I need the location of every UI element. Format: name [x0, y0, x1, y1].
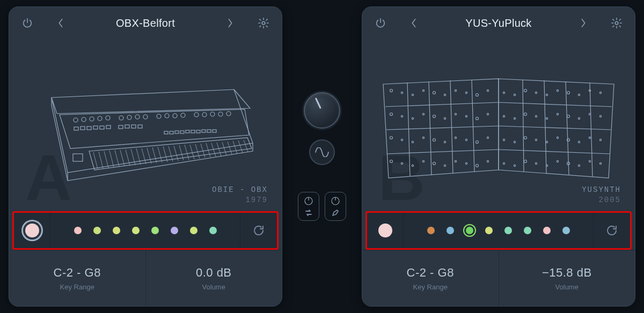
svg-point-134: [455, 137, 456, 138]
randomize-button[interactable]: [240, 213, 277, 248]
preset-slot-dot[interactable]: [524, 227, 531, 234]
svg-point-15: [202, 113, 207, 117]
svg-line-49: [142, 148, 146, 164]
prev-preset-button[interactable]: [53, 14, 68, 32]
svg-point-2: [82, 117, 86, 122]
svg-rect-25: [119, 125, 123, 129]
settings-button[interactable]: [608, 14, 625, 32]
waveform-mode-button[interactable]: [309, 139, 335, 165]
preset-slot-dot[interactable]: [74, 227, 82, 234]
svg-rect-23: [100, 126, 104, 129]
key-range-cell[interactable]: C-2 - G8 Key Range: [9, 250, 146, 306]
svg-rect-32: [180, 131, 184, 133]
svg-point-159: [514, 165, 515, 166]
preset-slot-dot[interactable]: [171, 227, 178, 234]
svg-line-74: [385, 102, 499, 107]
svg-rect-37: [207, 130, 211, 132]
macro-view-button[interactable]: [367, 213, 404, 248]
svg-line-79: [499, 150, 610, 154]
synth-illustration: B YUSYNTH 2005: [362, 39, 635, 209]
slot-a-panel: OBX-Belfort A: [9, 6, 282, 307]
macro-view-button[interactable]: [14, 213, 50, 248]
svg-point-120: [524, 113, 527, 115]
svg-rect-22: [93, 126, 98, 129]
preset-slot-dot[interactable]: [190, 227, 197, 234]
settings-button[interactable]: [255, 14, 272, 32]
svg-point-157: [487, 160, 488, 162]
svg-point-12: [173, 114, 177, 118]
blend-knob[interactable]: [304, 92, 340, 129]
svg-line-84: [523, 80, 524, 172]
svg-point-114: [455, 113, 456, 115]
svg-point-137: [487, 137, 488, 138]
svg-rect-26: [125, 125, 129, 128]
next-preset-button[interactable]: [223, 14, 238, 32]
svg-rect-19: [74, 127, 78, 130]
svg-point-128: [390, 136, 393, 139]
preset-slot-dot[interactable]: [209, 227, 217, 234]
slot-footer: C-2 - G8 Key Range −15.8 dB Volume: [362, 250, 635, 306]
svg-point-158: [503, 162, 504, 164]
svg-point-91: [422, 90, 424, 91]
preset-slot-dot[interactable]: [447, 227, 454, 234]
preset-slot-dot[interactable]: [132, 227, 140, 234]
prev-preset-button[interactable]: [406, 14, 421, 32]
randomize-button[interactable]: [594, 213, 630, 248]
svg-point-4: [98, 116, 102, 121]
preset-slot-dot[interactable]: [504, 227, 512, 234]
preset-slot-dot[interactable]: [466, 227, 473, 234]
key-range-cell[interactable]: C-2 - G8 Key Range: [362, 250, 499, 306]
volume-value: −15.8 dB: [542, 266, 592, 280]
svg-point-11: [165, 114, 169, 118]
svg-point-111: [422, 113, 424, 115]
next-preset-button[interactable]: [576, 14, 591, 32]
svg-line-53: [163, 146, 167, 162]
svg-line-40: [93, 152, 98, 169]
preset-slot-dot[interactable]: [427, 227, 435, 234]
preset-slot-dot[interactable]: [151, 227, 159, 234]
preset-slot-dot[interactable]: [93, 227, 101, 234]
preset-name[interactable]: YUS-YuPluck: [425, 17, 573, 29]
svg-point-94: [455, 90, 456, 91]
volume-cell[interactable]: 0.0 dB Volume: [146, 250, 282, 306]
preset-slot-dot[interactable]: [485, 227, 493, 234]
svg-point-10: [157, 114, 161, 118]
svg-point-115: [465, 115, 467, 117]
power-button[interactable]: [372, 14, 389, 32]
svg-line-41: [99, 152, 103, 168]
swap-slots-button[interactable]: [298, 192, 319, 221]
power-button[interactable]: [19, 14, 36, 32]
svg-point-133: [444, 141, 445, 143]
svg-point-18: [226, 111, 231, 116]
svg-point-163: [557, 160, 558, 162]
svg-line-67: [238, 140, 243, 153]
volume-cell[interactable]: −15.8 dB Volume: [499, 250, 635, 306]
svg-point-140: [524, 136, 527, 139]
svg-point-73: [615, 21, 618, 25]
svg-point-167: [599, 162, 601, 164]
svg-point-117: [487, 113, 488, 115]
preset-slot-dot[interactable]: [113, 227, 120, 234]
preset-slot-dot[interactable]: [562, 227, 570, 234]
svg-rect-33: [186, 130, 189, 133]
svg-point-110: [412, 117, 413, 119]
svg-point-151: [422, 160, 424, 162]
edit-mode-button[interactable]: [325, 192, 346, 221]
svg-point-13: [181, 113, 185, 117]
center-blend-column: [282, 6, 362, 307]
svg-point-102: [546, 94, 547, 95]
svg-line-63: [217, 143, 221, 156]
volume-value: 0.0 dB: [196, 266, 232, 280]
svg-line-51: [152, 147, 157, 163]
preset-name[interactable]: OBX-Belfort: [71, 17, 219, 29]
svg-point-153: [444, 165, 445, 166]
preset-slot-dot[interactable]: [543, 227, 551, 234]
svg-point-116: [476, 117, 479, 120]
svg-point-126: [589, 113, 590, 115]
svg-point-118: [503, 115, 504, 117]
slot-a-header: OBX-Belfort: [9, 7, 282, 39]
svg-point-90: [412, 94, 413, 95]
svg-point-161: [535, 162, 537, 164]
svg-point-5: [106, 116, 110, 120]
svg-point-103: [557, 90, 558, 91]
